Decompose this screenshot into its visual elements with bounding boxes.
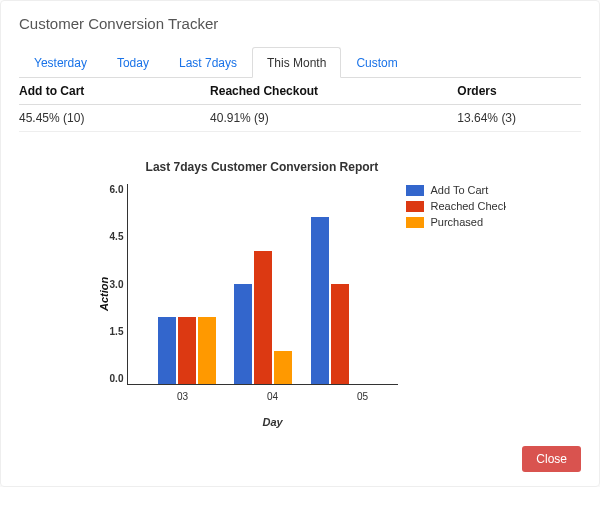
bar <box>331 284 349 384</box>
chart-x-ticks: 030405 <box>138 385 408 402</box>
modal-title: Customer Conversion Tracker <box>19 15 581 32</box>
stat-header-orders: Orders <box>457 84 581 98</box>
bar <box>274 351 292 384</box>
stat-header-add-to-cart: Add to Cart <box>19 84 210 98</box>
stat-value-orders: 13.64% (3) <box>457 111 581 125</box>
chart-y-axis-label: Action <box>94 160 110 428</box>
y-tick: 0.0 <box>110 373 124 384</box>
x-tick: 03 <box>177 391 188 402</box>
tab-last-7days[interactable]: Last 7days <box>164 47 252 78</box>
bar-group <box>310 217 370 384</box>
legend-label: Reached Checkout <box>430 200 506 212</box>
stat-header-reached-checkout: Reached Checkout <box>210 84 457 98</box>
conversion-tracker-modal: Customer Conversion Tracker YesterdayTod… <box>0 0 600 487</box>
bar <box>198 317 216 384</box>
stats-row: 45.45% (10) 40.91% (9) 13.64% (3) <box>19 105 581 132</box>
chart-wrap: Action Last 7days Customer Conversion Re… <box>19 160 581 428</box>
y-tick: 3.0 <box>110 279 124 290</box>
tab-this-month[interactable]: This Month <box>252 47 341 78</box>
tab-custom[interactable]: Custom <box>341 47 412 78</box>
chart-plot-area <box>127 184 398 385</box>
tab-yesterday[interactable]: Yesterday <box>19 47 102 78</box>
chart-title: Last 7days Customer Conversion Report <box>110 160 507 174</box>
stat-value-reached-checkout: 40.91% (9) <box>210 111 457 125</box>
legend-swatch <box>406 201 424 212</box>
y-tick: 6.0 <box>110 184 124 195</box>
time-range-tabs: YesterdayTodayLast 7daysThis MonthCustom <box>19 46 581 78</box>
bar <box>158 317 176 384</box>
bar <box>178 317 196 384</box>
bar <box>234 284 252 384</box>
bar <box>254 251 272 384</box>
modal-footer: Close <box>19 446 581 472</box>
x-tick: 04 <box>267 391 278 402</box>
chart-legend: Add To CartReached CheckoutPurchased <box>406 184 506 385</box>
y-tick: 4.5 <box>110 231 124 242</box>
close-button[interactable]: Close <box>522 446 581 472</box>
stat-value-add-to-cart: 45.45% (10) <box>19 111 210 125</box>
legend-swatch <box>406 217 424 228</box>
y-tick: 1.5 <box>110 326 124 337</box>
stats-header: Add to Cart Reached Checkout Orders <box>19 78 581 105</box>
legend-label: Add To Cart <box>430 184 488 196</box>
bar-group <box>233 251 293 384</box>
x-tick: 05 <box>357 391 368 402</box>
legend-swatch <box>406 185 424 196</box>
legend-item: Reached Checkout <box>406 200 506 212</box>
tab-today[interactable]: Today <box>102 47 164 78</box>
legend-item: Add To Cart <box>406 184 506 196</box>
bar-group <box>157 317 217 384</box>
legend-label: Purchased <box>430 216 483 228</box>
chart-y-ticks: 6.04.53.01.50.0 <box>110 184 128 384</box>
chart-x-axis-label: Day <box>138 416 408 428</box>
bar <box>311 217 329 384</box>
conversion-chart: Action Last 7days Customer Conversion Re… <box>94 160 507 428</box>
legend-item: Purchased <box>406 216 506 228</box>
